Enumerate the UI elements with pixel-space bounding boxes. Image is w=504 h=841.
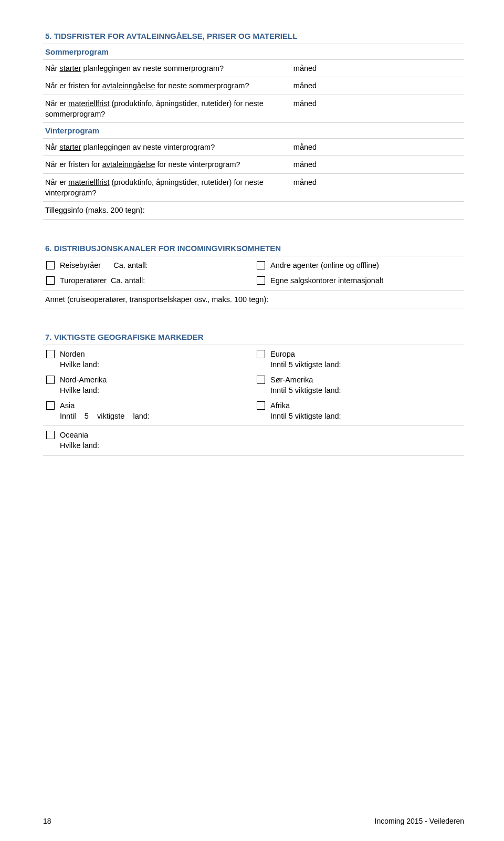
- question-v1: Når starter planleggingen av neste vinte…: [45, 142, 288, 152]
- checkbox-label: Oceania Hvilke land:: [60, 430, 99, 451]
- text: planleggingen av neste sommerprogram?: [81, 64, 224, 72]
- extra-info-field[interactable]: [288, 205, 464, 215]
- text: Ca. antall:: [113, 261, 148, 269]
- checkbox-icon[interactable]: [257, 276, 265, 285]
- text: Afrika: [270, 401, 341, 411]
- question-v3: Når er materiellfrist (produktinfo, åpni…: [45, 177, 288, 199]
- text: Når: [45, 64, 59, 72]
- row-v2: Når er fristen for avtaleinngåelse for n…: [43, 156, 464, 173]
- text: Europa: [270, 349, 341, 360]
- text: Når er: [45, 178, 68, 186]
- checkbox-icon[interactable]: [257, 376, 265, 384]
- sub-text: Inntil 5 viktigste land:: [270, 386, 341, 396]
- checkbox-icon[interactable]: [257, 350, 265, 358]
- option-turoperatorer[interactable]: Turoperatører Ca. antall:: [43, 275, 254, 290]
- text: Turoperatører: [60, 276, 107, 285]
- text: Når er fristen for: [45, 160, 102, 169]
- row-annet: Annet (cruiseoperatører, transportselska…: [43, 291, 464, 308]
- row-v3: Når er materiellfrist (produktinfo, åpni…: [43, 174, 464, 202]
- option-europa[interactable]: Europa Inntil 5 viktigste land:: [254, 348, 464, 374]
- answer-unit[interactable]: måned: [288, 142, 464, 152]
- option-asia[interactable]: Asia Inntil 5 viktigste land:: [43, 400, 254, 425]
- answer-unit[interactable]: måned: [288, 80, 464, 91]
- text: land:: [133, 412, 149, 420]
- row-s2: Når er fristen for avtaleinngåelse for n…: [43, 77, 464, 95]
- text: Når er: [45, 99, 68, 108]
- section-7-title: 7. VIKTIGSTE GEOGRAFISKE MARKEDER: [43, 329, 464, 345]
- section-6-title: 6. DISTRIBUSJONSKANALER FOR INCOMINGVIRK…: [43, 241, 464, 256]
- doc-title: Incoming 2015 - Veilederen: [375, 817, 464, 825]
- checkbox-icon[interactable]: [257, 401, 265, 410]
- sub-text: Hvilke land:: [60, 441, 99, 451]
- text: for neste vinterprogram?: [155, 160, 240, 169]
- text-underline: avtaleinngåelse: [102, 81, 155, 90]
- checkbox-icon[interactable]: [46, 431, 55, 439]
- text: Når: [45, 143, 59, 151]
- option-nord-amerika[interactable]: Nord-Amerika Hvilke land:: [43, 374, 254, 400]
- sub-text: Hvilke land:: [60, 360, 99, 370]
- text: Når er fristen for: [45, 81, 102, 90]
- checkbox-label: Reisebyråer Ca. antall:: [60, 261, 148, 271]
- checkbox-icon[interactable]: [46, 261, 55, 269]
- option-norden[interactable]: Norden Hvilke land:: [43, 348, 254, 374]
- checkbox-icon[interactable]: [46, 376, 55, 384]
- row-extra-info: Tilleggsinfo (maks. 200 tegn):: [43, 202, 464, 219]
- text: Reisebyråer: [60, 261, 101, 269]
- divider: [43, 455, 464, 456]
- text-underline: materiellfrist: [68, 178, 109, 186]
- checkbox-icon[interactable]: [46, 276, 55, 285]
- checkbox-label: Norden Hvilke land:: [60, 349, 99, 370]
- text-underline: starter: [59, 143, 81, 151]
- text: for neste sommerprogram?: [155, 81, 249, 90]
- page-number: 18: [43, 817, 51, 825]
- sub-text: Hvilke land:: [60, 386, 107, 396]
- question-s1: Når starter planleggingen av neste somme…: [45, 63, 288, 74]
- text: Norden: [60, 349, 99, 360]
- sub-text: Inntil 5 viktigste land:: [270, 411, 341, 422]
- annet-label: Annet (cruiseoperatører, transportselska…: [45, 294, 464, 305]
- checkbox-icon[interactable]: [46, 350, 55, 358]
- row-s3: Når er materiellfrist (produktinfo, åpni…: [43, 95, 464, 123]
- text: viktigste: [97, 412, 124, 420]
- question-s3: Når er materiellfrist (produktinfo, åpni…: [45, 98, 288, 120]
- extra-info-label: Tilleggsinfo (maks. 200 tegn):: [45, 205, 288, 215]
- page-footer: 18 Incoming 2015 - Veilederen: [43, 817, 464, 825]
- text: Asia: [60, 401, 150, 411]
- sub-text: Inntil 5 viktigste land:: [270, 360, 341, 370]
- option-egne-salgskontorer[interactable]: Egne salgskontorer internasjonalt: [254, 275, 464, 290]
- text: planleggingen av neste vinterprogram?: [81, 143, 215, 151]
- answer-unit[interactable]: måned: [288, 98, 464, 120]
- option-sor-amerika[interactable]: Sør-Amerika Inntil 5 viktigste land:: [254, 374, 464, 400]
- checkbox-label: Afrika Inntil 5 viktigste land:: [270, 401, 341, 421]
- text-underline: avtaleinngåelse: [102, 160, 155, 169]
- checkbox-label: Europa Inntil 5 viktigste land:: [270, 349, 341, 370]
- checkbox-label: Sør-Amerika Inntil 5 viktigste land:: [270, 375, 341, 396]
- checkbox-label: Nord-Amerika Hvilke land:: [60, 375, 107, 396]
- text-underline: starter: [59, 64, 81, 72]
- section-5-title: 5. TIDSFRISTER FOR AVTALEINNGÅELSE, PRIS…: [43, 28, 464, 44]
- text: Ca. antall:: [111, 276, 145, 285]
- text: Sør-Amerika: [270, 375, 341, 386]
- answer-unit[interactable]: måned: [288, 159, 464, 170]
- text: Oceania: [60, 430, 99, 441]
- answer-unit[interactable]: måned: [288, 177, 464, 199]
- checkbox-icon[interactable]: [257, 261, 265, 269]
- checkbox-label: Egne salgskontorer internasjonalt: [270, 276, 383, 286]
- checkbox-label: Turoperatører Ca. antall:: [60, 276, 145, 286]
- option-reisebyraer[interactable]: Reisebyråer Ca. antall:: [43, 259, 254, 275]
- option-andre-agenter[interactable]: Andre agenter (online og offline): [254, 259, 464, 275]
- sub-text: Inntil 5 viktigste land:: [60, 411, 150, 422]
- checkbox-label: Andre agenter (online og offline): [270, 261, 379, 271]
- text: Nord-Amerika: [60, 375, 107, 386]
- checkbox-icon[interactable]: [46, 401, 55, 410]
- question-s2: Når er fristen for avtaleinngåelse for n…: [45, 80, 288, 91]
- vinterprogram-heading: Vinterprogram: [43, 123, 464, 138]
- row-s1: Når starter planleggingen av neste somme…: [43, 60, 464, 77]
- answer-unit[interactable]: måned: [288, 63, 464, 74]
- option-afrika[interactable]: Afrika Inntil 5 viktigste land:: [254, 400, 464, 425]
- sommerprogram-heading: Sommerprogram: [43, 44, 464, 59]
- option-oceania[interactable]: Oceania Hvilke land:: [43, 429, 464, 455]
- text: 5: [85, 412, 89, 420]
- question-v2: Når er fristen for avtaleinngåelse for n…: [45, 159, 288, 170]
- text: Inntil: [60, 412, 76, 420]
